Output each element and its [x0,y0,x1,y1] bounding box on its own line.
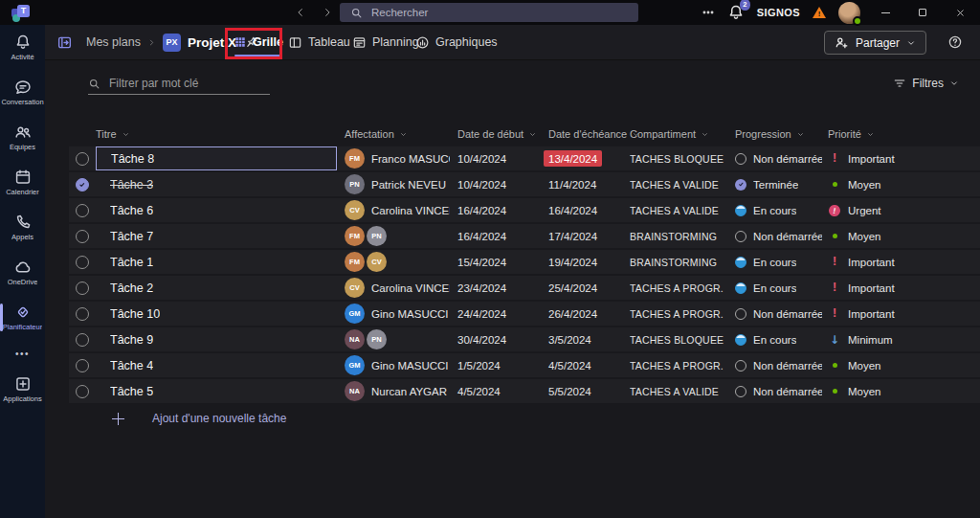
notifications-bell-icon[interactable]: 2 [727,4,745,21]
start-date-cell[interactable]: 16/4/2024 [457,231,548,242]
assignment-cell[interactable]: FMCV [337,250,457,274]
help-icon[interactable] [947,34,963,50]
bucket-cell[interactable]: TACHES A VALIDE [630,179,735,191]
forward-icon[interactable] [322,7,333,18]
column-header-compartiment[interactable]: Compartiment [630,128,735,140]
warning-icon[interactable] [813,7,826,18]
progress-cell[interactable]: Non démarrée [735,360,828,372]
due-date-cell[interactable]: 4/5/2024 [548,360,630,372]
priority-cell[interactable]: Moyen [828,231,980,242]
tab-planning[interactable]: Planning [352,25,419,59]
breadcrumb-my-plans[interactable]: Mes plans [86,35,141,49]
progress-cell[interactable]: En cours [735,334,828,346]
start-date-cell[interactable]: 23/4/2024 [457,282,548,294]
progress-cell[interactable]: Non démarrée [735,308,828,320]
task-title-cell[interactable]: Tâche 10 [96,302,337,326]
bucket-cell[interactable]: TACHES A PROGR. [630,282,735,294]
sidebar-item-activite[interactable]: Activité [0,25,45,70]
start-date-cell[interactable]: 4/5/2024 [457,386,548,397]
task-complete-radio[interactable] [76,178,89,191]
back-icon[interactable] [295,7,306,18]
keyword-filter-input[interactable]: Filtrer par mot clé [88,73,270,95]
progress-cell[interactable]: Terminée [735,179,828,191]
search-input[interactable]: Rechercher [340,3,638,22]
column-header-date-d-echeance[interactable]: Date d'échéance [548,128,630,140]
due-date-cell[interactable]: 19/4/2024 [548,257,630,268]
task-title-cell[interactable]: Tâche 5 [96,379,337,403]
progress-cell[interactable]: Non démarrée [735,231,828,242]
assignment-cell[interactable]: NAPN [337,327,457,351]
add-task-button[interactable]: Ajout d'une nouvelle tâche [112,412,286,425]
task-complete-radio[interactable] [76,152,89,166]
task-title-cell[interactable]: Tâche 8 [96,146,337,170]
progress-cell[interactable]: Non démarrée [735,153,828,165]
table-row[interactable]: Tâche 3 PN Patrick NEVEU 10/4/2024 11/4/… [69,172,980,196]
table-row[interactable]: Tâche 10 GM Gino MASUCCI 24/4/2024 26/4/… [69,302,980,326]
more-options-icon[interactable] [702,6,715,19]
progress-cell[interactable]: En cours [735,257,828,268]
progress-cell[interactable]: En cours [735,282,828,294]
column-header-date-de-debut[interactable]: Date de début [457,128,548,140]
minimize-button[interactable] [873,0,898,25]
progress-cell[interactable]: En cours [735,205,828,216]
assignment-cell[interactable]: FM Franco MASUCCI [337,146,457,170]
task-complete-radio[interactable] [76,359,89,372]
column-header-affectation[interactable]: Affectation [337,128,457,140]
due-date-cell[interactable]: 16/4/2024 [548,205,630,216]
user-avatar[interactable] [838,2,860,24]
bucket-cell[interactable]: TACHES BLOQUEE [630,153,735,165]
tab-grille[interactable]: Grille [234,25,283,59]
task-complete-radio[interactable] [76,204,89,217]
sidebar-item-equipes[interactable]: Équipes [0,115,45,160]
task-title-cell[interactable]: Tâche 1 [96,250,337,274]
bucket-cell[interactable]: TACHES A VALIDE [630,386,735,397]
table-row[interactable]: Tâche 1 FMCV 15/4/2024 19/4/2024 BRAINST… [69,250,980,274]
start-date-cell[interactable]: 15/4/2024 [457,257,548,268]
table-row[interactable]: Tâche 5 NA Nurcan AYGAR 4/5/2024 5/5/202… [69,379,980,403]
priority-cell[interactable]: ↓ Minimum [828,334,980,346]
close-button[interactable] [947,0,972,25]
priority-cell[interactable]: ! Urgent [828,205,980,216]
start-date-cell[interactable]: 10/4/2024 [457,153,548,165]
progress-cell[interactable]: Non démarrée [735,386,828,397]
column-header-progression[interactable]: Progression [735,128,828,140]
due-date-cell[interactable]: 13/4/2024 [548,150,630,167]
column-header-titre[interactable]: Titre [96,128,337,140]
table-row[interactable]: Tâche 7 FMPN 16/4/2024 17/4/2024 BRAINST… [69,224,980,248]
priority-cell[interactable]: ! Important [828,282,980,294]
priority-cell[interactable]: ! Important [828,307,980,320]
due-date-cell[interactable]: 5/5/2024 [548,386,630,397]
table-row[interactable]: Tâche 4 GM Gino MASUCCI 1/5/2024 4/5/202… [69,353,980,377]
table-row[interactable]: Tâche 8 FM Franco MASUCCI 10/4/2024 13/4… [69,146,980,170]
sidebar-item-calendrier[interactable]: Calendrier [0,160,45,205]
sidebar-item-onedrive[interactable]: OneDrive [0,250,45,295]
tab-graphiques[interactable]: Graphiques [415,25,498,59]
start-date-cell[interactable]: 24/4/2024 [457,308,548,320]
sidebar-item-conversation[interactable]: Conversation [0,70,45,115]
due-date-cell[interactable]: 17/4/2024 [548,231,630,242]
task-title-cell[interactable]: Tâche 9 [96,327,337,351]
task-complete-radio[interactable] [76,385,89,398]
assignment-cell[interactable]: CV Carolina VINCENZO [337,276,457,300]
filters-button[interactable]: Filtres [893,77,959,90]
task-complete-radio[interactable] [76,307,89,321]
table-row[interactable]: Tâche 6 CV Carolina VINCENZO 16/4/2024 1… [69,198,980,222]
expand-rail-icon[interactable] [56,34,73,51]
task-title-cell[interactable]: Tâche 3 [96,172,337,196]
assignment-cell[interactable]: FMPN [337,224,457,248]
sidebar-more-icon[interactable]: ••• [0,340,45,367]
bucket-cell[interactable]: TACHES A PROGR. [630,360,735,372]
task-complete-radio[interactable] [76,333,89,347]
start-date-cell[interactable]: 1/5/2024 [457,360,548,372]
table-row[interactable]: Tâche 2 CV Carolina VINCENZO 23/4/2024 2… [69,276,980,300]
priority-cell[interactable]: Moyen [828,386,980,397]
priority-cell[interactable]: Moyen [828,179,980,191]
task-complete-radio[interactable] [76,256,89,269]
task-complete-radio[interactable] [76,230,89,243]
share-button[interactable]: Partager [824,31,926,55]
start-date-cell[interactable]: 30/4/2024 [457,334,548,346]
due-date-cell[interactable]: 11/4/2024 [548,179,630,191]
maximize-button[interactable] [910,0,935,25]
assignment-cell[interactable]: PN Patrick NEVEU [337,172,457,196]
bucket-cell[interactable]: TACHES A VALIDE [630,205,735,216]
